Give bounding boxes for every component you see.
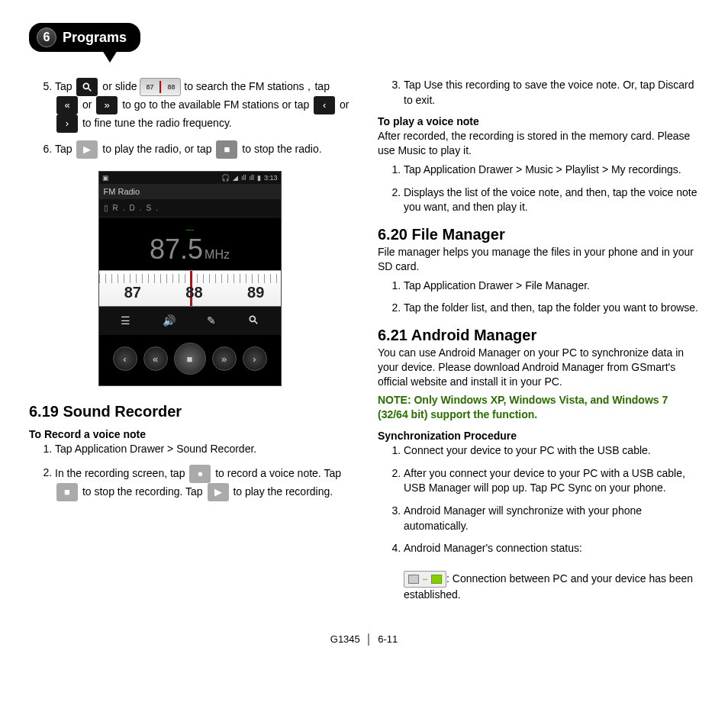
- stop-icon: ■: [56, 483, 78, 501]
- forward-button[interactable]: »: [212, 346, 237, 371]
- fm-frequency-display: --- 87.5MHz: [99, 217, 281, 270]
- text: Android Manager's connection status:: [404, 542, 582, 554]
- stop-button[interactable]: ■: [174, 343, 206, 375]
- fm-freq-value: 87.5: [150, 234, 203, 265]
- connection-status-icon: ↔: [404, 571, 446, 588]
- heading-6-20: 6.20 File Manager: [378, 226, 699, 243]
- status-left-icon: ▣: [102, 174, 109, 182]
- text: In the recording screen, tap: [55, 466, 185, 478]
- text: or slide: [102, 80, 137, 92]
- text: Tap: [55, 143, 72, 155]
- signal-icon: ıll: [241, 174, 246, 182]
- double-chevron-left-icon: «: [56, 96, 78, 114]
- file-manager-intro: File manager helps you manage the files …: [378, 245, 699, 274]
- fm-dial[interactable]: 87 88 89: [99, 270, 281, 307]
- chevron-right-icon: ›: [56, 114, 78, 133]
- text: or: [340, 98, 349, 111]
- step-6: Tap ▶ to play the radio, or tap ■ to sto…: [55, 140, 350, 159]
- text: or: [82, 98, 92, 111]
- headphone-icon: 🎧: [221, 174, 230, 182]
- text: to play the radio, or tap: [102, 143, 211, 155]
- fm-step-2: Tap the folder list, and then, tap the f…: [404, 301, 699, 316]
- android-manager-intro: You can use Android Manager on your PC t…: [378, 346, 699, 389]
- android-manager-note: NOTE: Only Windows XP, Windows Vista, an…: [378, 393, 699, 422]
- rds-text: R.D.S.: [113, 204, 163, 212]
- svg-point-2: [250, 316, 255, 321]
- double-chevron-right-icon: »: [96, 96, 118, 114]
- left-column: Tap or slide 87 88 to search the FM stat…: [29, 78, 350, 610]
- footer-model: G1345: [330, 633, 360, 645]
- play-icon: ▶: [76, 140, 98, 159]
- chapter-title: Programs: [63, 30, 127, 46]
- right-column: Tap Use this recording to save the voice…: [378, 78, 699, 610]
- prev-button[interactable]: ‹: [113, 346, 137, 371]
- list-icon[interactable]: ☰: [121, 314, 130, 327]
- sync-step-3: Android Manager will synchronize with yo…: [404, 504, 699, 533]
- heading-6-19: 6.19 Sound Recorder: [29, 403, 350, 420]
- signal-icon-2: ıll: [249, 174, 254, 182]
- step-5: Tap or slide 87 88 to search the FM stat…: [55, 78, 350, 133]
- subhead-play: To play a voice note: [378, 115, 699, 127]
- play-intro: After recorded, the recording is stored …: [378, 129, 699, 158]
- tuner-slider-icon: 87 88: [140, 78, 181, 96]
- svg-line-3: [255, 321, 258, 324]
- subhead-record: To Record a voice note: [29, 428, 350, 440]
- fm-radio-screenshot: ▣ 🎧 ◢ ıll ıll ▮ 3:13 FM Radio ▯R.D.S. --…: [98, 171, 282, 386]
- search-icon[interactable]: [248, 314, 259, 327]
- subhead-sync: Synchronization Procedure: [378, 430, 699, 442]
- status-time: 3:13: [264, 174, 278, 182]
- page-footer: G1345 │ 6-11: [29, 633, 699, 645]
- stop-icon: ■: [216, 140, 237, 159]
- note-icon[interactable]: ✎: [207, 314, 216, 327]
- chapter-tab: 6 Programs: [29, 23, 140, 52]
- text: to go to the available FM stations or ta…: [122, 98, 309, 111]
- play-icon: ▶: [208, 483, 229, 501]
- step-3: Tap Use this recording to save the voice…: [404, 78, 699, 108]
- dial-89: 89: [247, 284, 264, 301]
- wifi-icon: ◢: [233, 174, 238, 182]
- text: to search the FM stations，tap: [184, 80, 330, 92]
- text: to stop the radio.: [242, 143, 321, 155]
- next-button[interactable]: ›: [243, 346, 267, 371]
- chevron-left-icon: ‹: [314, 96, 335, 114]
- text: to fine tune the radio frequency.: [82, 117, 232, 129]
- text: to play the recording.: [233, 485, 333, 497]
- rewind-button[interactable]: «: [143, 346, 168, 371]
- svg-point-0: [84, 83, 89, 89]
- text: Tap: [55, 80, 72, 92]
- sync-step-2: After you connect your device to your PC…: [404, 466, 699, 496]
- record-step-1: Tap Application Drawer > Sound Recorder.: [55, 442, 350, 457]
- fm-rds: ▯R.D.S.: [99, 199, 281, 217]
- sync-step-4: Android Manager's connection status: ↔ :…: [404, 541, 699, 603]
- play-step-1: Tap Application Drawer > Music > Playlis…: [404, 163, 699, 178]
- play-step-2: Displays the list of the voice note, and…: [404, 185, 699, 215]
- fm-dots: ---: [99, 225, 281, 234]
- chapter-number: 6: [37, 27, 56, 47]
- dial-87: 87: [124, 284, 141, 301]
- search-icon: [76, 78, 98, 96]
- text: to record a voice note. Tap: [215, 466, 341, 478]
- svg-line-1: [89, 89, 92, 92]
- fm-icon-row: ☰ 🔊 ✎: [99, 307, 281, 335]
- heading-6-21: 6.21 Android Manager: [378, 327, 699, 344]
- speaker-icon[interactable]: 🔊: [163, 314, 176, 327]
- record-icon: ●: [189, 465, 211, 483]
- status-bar: ▣ 🎧 ◢ ıll ıll ▮ 3:13: [99, 172, 281, 184]
- fm-freq-unit: MHz: [205, 248, 230, 261]
- record-step-2: In the recording screen, tap ● to record…: [55, 465, 350, 501]
- footer-page: 6-11: [378, 633, 398, 645]
- fm-step-1: Tap Application Drawer > File Manager.: [404, 279, 699, 294]
- connection-text: : Connection between PC and your device …: [404, 572, 693, 601]
- dial-88: 88: [185, 284, 202, 301]
- sync-step-1: Connect your device to your PC with the …: [404, 443, 699, 459]
- text: 87: [146, 82, 153, 92]
- text: to stop the recording. Tap: [82, 485, 203, 497]
- text: 88: [167, 82, 175, 92]
- battery-icon: ▮: [257, 174, 261, 182]
- fm-controls: ‹ « ■ » ›: [99, 335, 281, 385]
- fm-title: FM Radio: [99, 184, 281, 199]
